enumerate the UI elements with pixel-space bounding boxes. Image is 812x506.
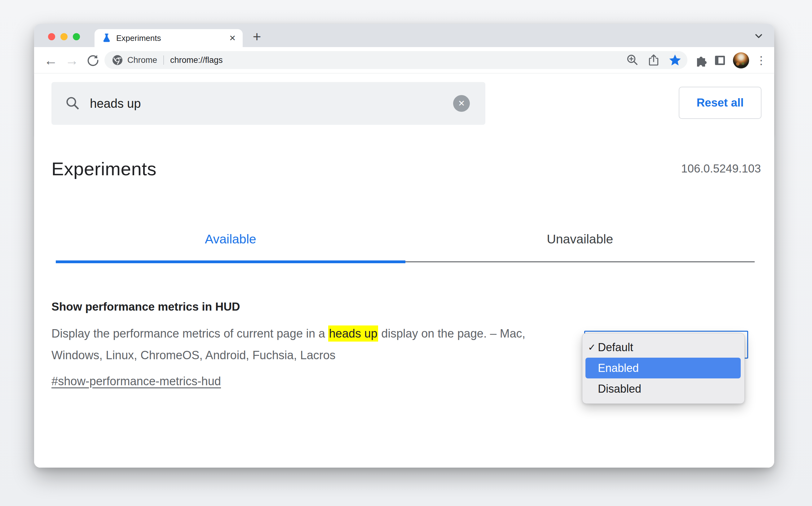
tab-available[interactable]: Available [56, 225, 405, 261]
close-window-button[interactable] [48, 33, 55, 40]
chrome-logo-icon [113, 55, 123, 65]
flag-entry: Show performance metrics in HUD Display … [52, 301, 560, 388]
menu-option-disabled[interactable]: Disabled [582, 378, 744, 399]
search-value: heads up [90, 97, 453, 110]
flag-name: Show performance metrics in HUD [52, 301, 560, 313]
forward-icon[interactable]: → [63, 47, 81, 73]
desc-before: Display the performance metrics of curre… [52, 327, 328, 340]
menu-kebab-icon[interactable]: ⋮ [754, 47, 768, 73]
check-icon: ✓ [588, 342, 596, 353]
fullscreen-window-button[interactable] [73, 33, 80, 40]
side-panel-icon[interactable] [713, 47, 727, 73]
search-icon [65, 96, 81, 111]
flags-toolbar: heads up ✕ Reset all [34, 73, 774, 135]
tab-experiments[interactable]: Experiments ✕ [94, 29, 243, 47]
extensions-puzzle-icon[interactable] [693, 47, 709, 73]
option-label: Disabled [598, 383, 641, 396]
bookmark-star-icon[interactable] [668, 53, 682, 67]
active-tab-underline [56, 260, 405, 263]
new-tab-button[interactable]: + [248, 28, 265, 45]
avatar-photo [733, 52, 749, 68]
option-label: Enabled [598, 362, 639, 375]
search-term-highlight: heads up [328, 326, 378, 342]
tab-close-icon[interactable]: ✕ [229, 33, 236, 43]
page-title: Experiments [52, 158, 156, 180]
flags-search-input[interactable]: heads up ✕ [52, 82, 485, 125]
omnibox-divider [163, 56, 164, 65]
page-header: Experiments 106.0.5249.103 [52, 153, 761, 185]
zoom-icon[interactable] [626, 54, 639, 67]
option-label: Default [598, 341, 633, 354]
chrome-version: 106.0.5249.103 [681, 162, 761, 175]
address-bar[interactable]: Chrome chrome://flags [104, 51, 687, 69]
profile-avatar[interactable] [733, 47, 749, 73]
menu-option-enabled[interactable]: Enabled [585, 358, 741, 378]
minimize-window-button[interactable] [60, 33, 68, 40]
tab-search-chevron-icon[interactable] [752, 31, 765, 41]
flag-permalink[interactable]: #show-performance-metrics-hud [52, 375, 221, 388]
menu-option-default[interactable]: ✓ Default [582, 337, 744, 358]
flags-page-content: Experiments 106.0.5249.103 Available Una… [34, 135, 774, 468]
flag-description: Display the performance metrics of curre… [52, 323, 544, 366]
tab-unavailable[interactable]: Unavailable [405, 225, 755, 261]
clear-search-icon[interactable]: ✕ [453, 95, 470, 112]
back-icon[interactable]: ← [42, 47, 60, 73]
site-label: Chrome [127, 56, 157, 65]
browser-toolbar: ← → Chrome chrome://flags [34, 47, 774, 73]
reload-icon[interactable] [84, 47, 102, 73]
flask-favicon-icon [102, 33, 110, 43]
flags-tabs-bar: Available Unavailable [56, 225, 755, 262]
share-icon[interactable] [647, 54, 660, 67]
reset-all-button[interactable]: Reset all [679, 87, 761, 119]
tab-strip: Experiments ✕ + [34, 24, 774, 47]
flag-dropdown-menu: ✓ Default Enabled Disabled [582, 333, 745, 404]
tab-title: Experiments [116, 33, 229, 43]
browser-window: Experiments ✕ + ← → [34, 24, 774, 468]
url-text: chrome://flags [170, 56, 223, 65]
